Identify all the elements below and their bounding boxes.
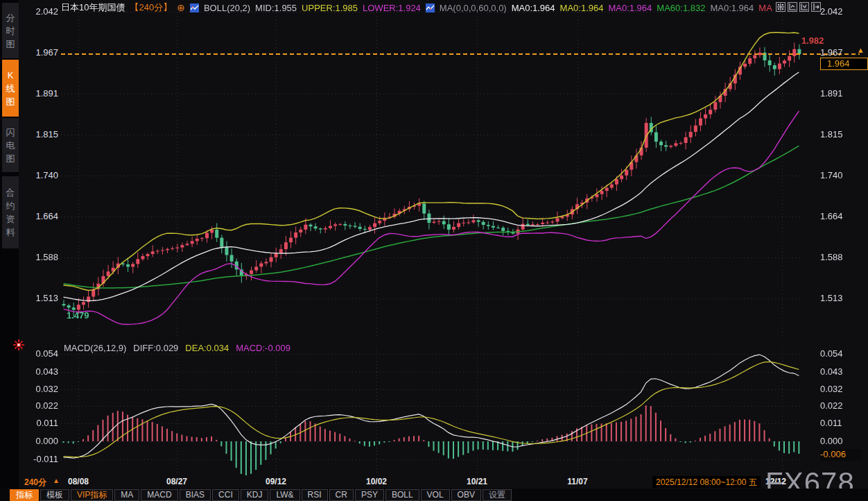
last-price-box: 1.964 xyxy=(820,58,868,70)
axis-tick-label: -0.011 xyxy=(14,454,58,464)
chart-toolbar-icons xyxy=(776,2,821,12)
macd-value-badge: -0.006 xyxy=(820,449,862,461)
indicator-toolbar: 指标模板VIP指标MAMACDBIASCCIKDJLW&RSICRPSYBOLL… xyxy=(0,489,868,501)
toolbar-button-RSI[interactable]: RSI xyxy=(302,489,328,501)
period-badge[interactable]: 【240分】 xyxy=(130,1,172,14)
ma-value-3: MA0:1.964 xyxy=(608,3,652,13)
crosshair-icon[interactable] xyxy=(776,2,785,12)
ma-value-4: MA60:1.832 xyxy=(657,3,705,13)
axis-tick-label: 0.000 xyxy=(14,436,58,446)
chart-header: 日本10年期国债 【240分】 ⊕ BOLL(20,2) MID:1.955 U… xyxy=(61,1,772,14)
axis-tick-label: 0.011 xyxy=(14,418,58,428)
toolbar-button-设置[interactable]: 设置 xyxy=(483,489,512,501)
axis-tick-label: 0.043 xyxy=(14,366,58,377)
toolbar-button-MACD[interactable]: MACD xyxy=(141,489,177,501)
toolbar-button-VOL[interactable]: VOL xyxy=(421,489,450,501)
toolbar-button-模板[interactable]: 模板 xyxy=(40,489,69,501)
toolbar-button-VIP指标[interactable]: VIP指标 xyxy=(71,489,113,501)
axis-tick-label: 0.043 xyxy=(820,366,843,377)
price-arrow-marker: ▲ xyxy=(857,46,865,54)
axis-tick-label: 1.815 xyxy=(14,129,58,139)
axis-tick-label: 2.042 xyxy=(14,6,58,17)
axis-zoom-in-icon[interactable] xyxy=(788,2,797,12)
pane-collapse-icon[interactable] xyxy=(811,2,821,12)
axis-tick-label: 1.891 xyxy=(14,88,58,99)
toolbar-button-MA[interactable]: MA xyxy=(114,489,139,501)
ma-value-1: MA0:1.964 xyxy=(512,3,555,13)
axis-tick-label: 1.513 xyxy=(820,293,843,303)
x-axis-date: 08/27 xyxy=(158,477,196,486)
axis-tick-label: 1.967 xyxy=(820,47,843,58)
toolbar-button-PSY[interactable]: PSY xyxy=(355,489,384,501)
boll-label: BOLL(20,2) xyxy=(204,3,250,13)
macd-diff: DIFF:0.029 xyxy=(133,343,178,353)
toolbar-button-BIAS[interactable]: BIAS xyxy=(180,489,211,501)
axis-tick-label: 1.967 xyxy=(14,47,58,58)
axis-tick-label: 0.032 xyxy=(820,384,843,394)
boll-indicator-icon[interactable] xyxy=(190,3,199,12)
add-indicator-icon[interactable]: ⊕ xyxy=(177,2,185,13)
x-axis-date: 09/12 xyxy=(257,477,295,486)
axis-tick-label: 0.000 xyxy=(820,436,843,446)
x-axis-date: 10/21 xyxy=(458,477,496,486)
axis-tick-label: 2.042 xyxy=(820,6,843,17)
axis-tick-label: 0.022 xyxy=(820,400,843,411)
ma-value-5: MA0:1.964 xyxy=(710,3,754,13)
period-arrow-icon[interactable]: ▲ xyxy=(53,477,60,484)
main-chart-canvas[interactable] xyxy=(61,6,803,337)
axis-tick-label: 0.054 xyxy=(14,348,58,359)
macd-label: MACD(26,12,9) xyxy=(64,343,126,353)
toolbar-button-BOLL[interactable]: BOLL xyxy=(385,489,419,501)
axis-tick-label: 0.022 xyxy=(14,400,58,411)
toolbar-button-CR[interactable]: CR xyxy=(329,489,354,501)
x-axis-date: 10/02 xyxy=(358,477,395,486)
axis-tick-label: 1.513 xyxy=(14,293,58,303)
current-price-line xyxy=(61,53,860,55)
x-axis-row: 240分 ▲ 2025/12/12 08:00~12:00 五 12/12 08… xyxy=(0,476,868,489)
x-axis-date: 08/08 xyxy=(60,477,97,486)
macd-macd: MACD:-0.009 xyxy=(236,343,290,353)
instrument-title: 日本10年期国债 xyxy=(61,1,125,14)
axis-tick-label: 0.011 xyxy=(820,418,842,428)
axis-tick-label: 1.740 xyxy=(820,170,843,180)
boll-lower: LOWER:1.924 xyxy=(363,3,421,13)
bar-info-tooltip: 2025/12/12 08:00~12:00 五 xyxy=(652,476,761,488)
hover-date-label: 12/12 xyxy=(765,477,786,486)
axis-tick-label: 1.891 xyxy=(820,88,843,99)
x-axis-date: 11/07 xyxy=(559,477,596,486)
macd-chart-canvas[interactable] xyxy=(61,347,803,475)
toolbar-button-OBV[interactable]: OBV xyxy=(451,489,481,501)
boll-upper: UPPER:1.985 xyxy=(302,3,358,13)
axis-tick-label: 1.815 xyxy=(820,129,843,139)
boll-mid: MID:1.955 xyxy=(255,3,297,13)
axis-tick-label: 0.054 xyxy=(820,348,843,359)
axis-tick-label: 1.588 xyxy=(820,252,843,262)
toolbar-button-KDJ[interactable]: KDJ xyxy=(241,489,269,501)
axis-tick-label: 1.588 xyxy=(14,252,58,262)
ma-label: MA(0,0,0,60,0,0) xyxy=(440,3,507,13)
session-high-label: 1.982 xyxy=(801,35,824,46)
axis-tick-label: 1.740 xyxy=(14,170,58,180)
axis-tick-label: 1.664 xyxy=(820,211,843,221)
ma-indicator-icon[interactable] xyxy=(426,3,435,12)
ma-value-2: MA0:1.964 xyxy=(560,3,604,13)
toolbar-button-指标[interactable]: 指标 xyxy=(10,489,39,501)
period-label[interactable]: 240分 xyxy=(24,477,46,489)
session-low-label: 1.479 xyxy=(67,310,89,321)
macd-header: MACD(26,12,9) DIFF:0.029 DEA:0.034 MACD:… xyxy=(64,343,290,353)
macd-dea: DEA:0.034 xyxy=(185,343,229,353)
trading-app: 分时图K线图闪电图合约资料 日本10年期国债 【240分】 ⊕ BOLL(20,… xyxy=(0,0,868,501)
ma-value-6: MA xyxy=(758,3,772,13)
axis-tick-label: 1.664 xyxy=(14,211,58,221)
toolbar-button-CCI[interactable]: CCI xyxy=(212,489,239,501)
axis-tick-label: 0.032 xyxy=(14,384,58,394)
toolbar-button-LW&[interactable]: LW& xyxy=(270,489,300,501)
axis-zoom-out-icon[interactable] xyxy=(799,2,809,12)
sidebar-tab-闪电图[interactable]: 闪电图 xyxy=(2,118,19,172)
